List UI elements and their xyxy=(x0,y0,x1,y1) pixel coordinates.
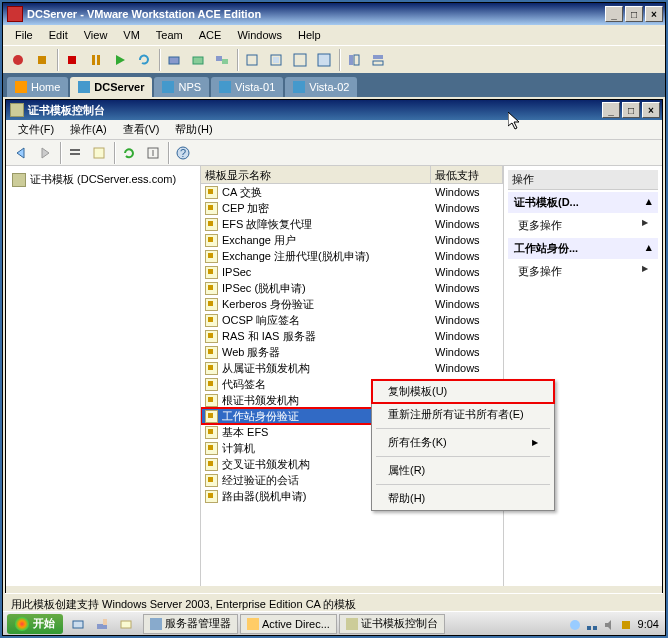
template-row[interactable]: 从属证书颁发机构Windows xyxy=(201,360,503,376)
context-item[interactable]: 重新注册所有证书所有者(E) xyxy=(372,403,554,426)
export-icon[interactable] xyxy=(142,142,164,164)
tab-home[interactable]: Home xyxy=(7,77,68,97)
snapshot-icon[interactable] xyxy=(163,49,185,71)
svg-rect-22 xyxy=(70,153,80,155)
menu-help[interactable]: Help xyxy=(290,27,329,43)
help-icon[interactable]: ? xyxy=(172,142,194,164)
svg-rect-4 xyxy=(97,55,100,65)
quickswitch-icon[interactable] xyxy=(367,49,389,71)
cert-folder-icon xyxy=(12,173,26,187)
action-group-header: 工作站身份...▴ xyxy=(508,238,658,259)
mmc-menu-item[interactable]: 操作(A) xyxy=(62,120,115,139)
svg-rect-9 xyxy=(222,59,228,64)
tray-icon-4[interactable] xyxy=(618,617,632,631)
col-min[interactable]: 最低支持 xyxy=(431,166,503,183)
power-off-icon[interactable] xyxy=(7,49,29,71)
view2-icon[interactable] xyxy=(265,49,287,71)
template-row[interactable]: CA 交换Windows xyxy=(201,184,503,200)
svg-rect-3 xyxy=(92,55,95,65)
svg-marker-35 xyxy=(605,620,611,630)
menu-ace[interactable]: ACE xyxy=(191,27,230,43)
tree-root[interactable]: 证书模板 (DCServer.ess.com) xyxy=(10,170,196,189)
fullscreen-icon[interactable] xyxy=(289,49,311,71)
svg-rect-36 xyxy=(622,621,630,629)
tab-nps[interactable]: NPS xyxy=(154,77,209,97)
start-button[interactable]: 开始 xyxy=(7,614,63,634)
menu-file[interactable]: File xyxy=(7,27,41,43)
context-item[interactable]: 所有任务(K) xyxy=(372,431,554,454)
menu-windows[interactable]: Windows xyxy=(229,27,290,43)
template-row[interactable]: CEP 加密Windows xyxy=(201,200,503,216)
unity-icon[interactable] xyxy=(313,49,335,71)
stop-icon[interactable] xyxy=(61,49,83,71)
menu-edit[interactable]: Edit xyxy=(41,27,76,43)
view1-icon[interactable] xyxy=(241,49,263,71)
sidebar-icon[interactable] xyxy=(343,49,365,71)
template-icon xyxy=(205,314,218,327)
taskbar-item[interactable]: 证书模板控制台 xyxy=(339,614,445,634)
mmc-menu-item[interactable]: 帮助(H) xyxy=(167,120,220,139)
tray-icon-1[interactable] xyxy=(567,617,581,631)
actions-pane: 操作 证书模板(D...▴更多操作工作站身份...▴更多操作 xyxy=(504,166,662,586)
action-item[interactable]: 更多操作 xyxy=(508,261,658,282)
mmc-close-button[interactable]: × xyxy=(642,102,660,118)
template-row[interactable]: Exchange 用户Windows xyxy=(201,232,503,248)
minimize-button[interactable]: _ xyxy=(605,6,623,22)
reset-icon[interactable] xyxy=(133,49,155,71)
template-row[interactable]: RAS 和 IAS 服务器Windows xyxy=(201,328,503,344)
manage-icon[interactable] xyxy=(211,49,233,71)
mmc-minimize-button[interactable]: _ xyxy=(602,102,620,118)
template-row[interactable]: IPSecWindows xyxy=(201,264,503,280)
volume-icon[interactable] xyxy=(601,617,615,631)
template-icon xyxy=(205,362,218,375)
col-name[interactable]: 模板显示名称 xyxy=(201,166,431,183)
pause-icon[interactable] xyxy=(85,49,107,71)
svg-rect-7 xyxy=(193,57,203,64)
template-icon xyxy=(205,298,218,311)
context-item[interactable]: 复制模板(U) xyxy=(372,380,554,403)
template-icon xyxy=(205,346,218,359)
mmc-maximize-button[interactable]: □ xyxy=(622,102,640,118)
quicklaunch2-icon[interactable] xyxy=(91,613,113,635)
taskbar-item[interactable]: Active Direc... xyxy=(240,614,337,634)
properties-icon[interactable] xyxy=(88,142,110,164)
list-icon[interactable] xyxy=(64,142,86,164)
template-row[interactable]: OCSP 响应签名Windows xyxy=(201,312,503,328)
tab-vista-01[interactable]: Vista-01 xyxy=(211,77,283,97)
template-row[interactable]: Web 服务器Windows xyxy=(201,344,503,360)
back-icon[interactable] xyxy=(10,142,32,164)
action-item[interactable]: 更多操作 xyxy=(508,215,658,236)
menu-vm[interactable]: VM xyxy=(115,27,148,43)
menu-view[interactable]: View xyxy=(76,27,116,43)
revert-icon[interactable] xyxy=(187,49,209,71)
tab-dcserver[interactable]: DCServer xyxy=(70,77,152,97)
refresh-icon[interactable] xyxy=(118,142,140,164)
forward-icon[interactable] xyxy=(34,142,56,164)
template-row[interactable]: Exchange 注册代理(脱机申请)Windows xyxy=(201,248,503,264)
vmware-title: DCServer - VMware Workstation ACE Editio… xyxy=(27,8,603,20)
close-button[interactable]: × xyxy=(645,6,663,22)
maximize-button[interactable]: □ xyxy=(625,6,643,22)
template-row[interactable]: EFS 故障恢复代理Windows xyxy=(201,216,503,232)
mmc-titlebar: 证书模板控制台 _ □ × xyxy=(6,100,662,120)
quicklaunch3-icon[interactable] xyxy=(115,613,137,635)
svg-rect-13 xyxy=(294,54,306,66)
template-row[interactable]: Kerberos 身份验证Windows xyxy=(201,296,503,312)
mmc-menu-item[interactable]: 文件(F) xyxy=(10,120,62,139)
mmc-menu-item[interactable]: 查看(V) xyxy=(115,120,168,139)
svg-rect-23 xyxy=(94,148,104,158)
context-item[interactable]: 帮助(H) xyxy=(372,487,554,510)
tab-vista-02[interactable]: Vista-02 xyxy=(285,77,357,97)
quicklaunch1-icon[interactable] xyxy=(67,613,89,635)
pc-icon xyxy=(293,81,305,93)
play-icon[interactable] xyxy=(109,49,131,71)
taskbar-item[interactable]: 服务器管理器 xyxy=(143,614,238,634)
network-icon[interactable] xyxy=(584,617,598,631)
svg-rect-10 xyxy=(247,55,257,65)
clock[interactable]: 9:04 xyxy=(638,618,659,630)
suspend-icon[interactable] xyxy=(31,49,53,71)
template-icon xyxy=(205,330,218,343)
template-row[interactable]: IPSec (脱机申请)Windows xyxy=(201,280,503,296)
context-item[interactable]: 属性(R) xyxy=(372,459,554,482)
menu-team[interactable]: Team xyxy=(148,27,191,43)
